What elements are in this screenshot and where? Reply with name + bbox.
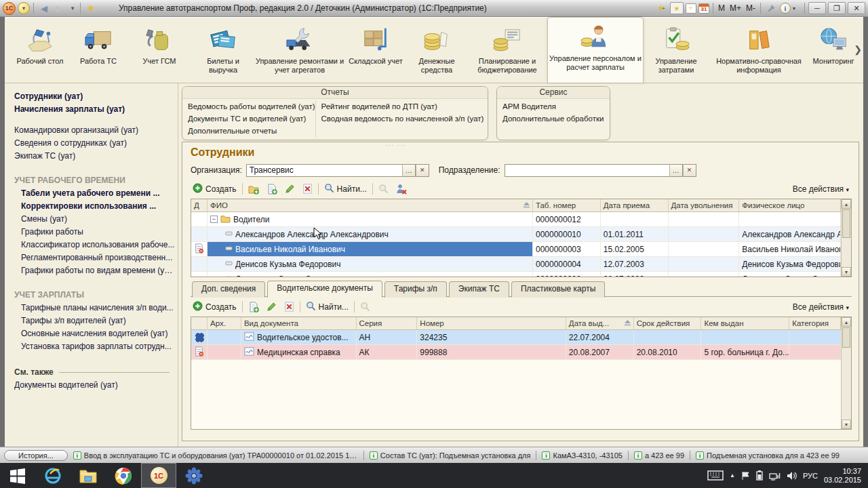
table-row[interactable]: Денисов Кузьма Федорович000000000412.07.… xyxy=(191,257,841,272)
calculator-icon[interactable]: ⁘ xyxy=(686,3,696,14)
column-header[interactable]: Дата увольнения xyxy=(669,199,740,211)
status-message[interactable]: iа 423 ее 99 xyxy=(634,451,684,460)
status-message[interactable]: iПодъемная установка для а 423 ее 99 xyxy=(696,451,840,460)
status-message[interactable]: iВвод в эксплуатацию ТС и оборудования (… xyxy=(73,451,358,460)
ribbon-section-monitoring[interactable]: Мониторинг xyxy=(809,20,858,83)
calendar-icon[interactable]: 31 xyxy=(698,3,709,14)
internet-explorer-taskbar-icon[interactable] xyxy=(35,463,71,488)
column-header[interactable]: Кем выдан xyxy=(701,317,789,329)
scroll-up-icon[interactable]: ▲ xyxy=(842,199,851,209)
document-row[interactable]: Медицинская справкаАК99988820.08.200720.… xyxy=(191,345,841,360)
sidebar-item[interactable]: Командировки организаций (уат) xyxy=(14,124,175,137)
sidebar-item[interactable]: Регламентированный производственн... xyxy=(14,251,175,264)
ribbon-section-costs[interactable]: Управление затратами xyxy=(644,20,709,83)
scroll-down-icon[interactable]: ▼ xyxy=(842,420,851,429)
table-row[interactable]: −Водители0000000012 xyxy=(191,212,841,227)
delete-button[interactable] xyxy=(282,300,296,313)
file-explorer-taskbar-icon[interactable] xyxy=(71,463,106,488)
tab-item[interactable]: Экипаж ТС xyxy=(449,281,509,298)
column-header[interactable]: Категория xyxy=(789,317,841,329)
document-row[interactable]: Водительское удостов...АН32423522.07.200… xyxy=(191,330,841,345)
ribbon-section-tickets[interactable]: Билеты и выручка xyxy=(192,20,254,83)
find-button[interactable]: Найти... xyxy=(322,182,369,197)
column-header[interactable] xyxy=(191,317,208,329)
sidebar-item[interactable]: Начисления зарплаты (уат) xyxy=(14,103,175,116)
ribbon-section-reference[interactable]: Нормативно-справочная информация xyxy=(709,20,809,83)
sidebar-item[interactable]: Сведения о сотрудниках (уат) xyxy=(14,137,175,150)
sidebar-item[interactable]: Корректировки использования ... xyxy=(14,200,175,213)
report-link[interactable]: Ведомость работы водителей (уат) xyxy=(188,100,315,113)
create-button[interactable]: Создать xyxy=(191,182,239,197)
ribbon-scroll-right-icon[interactable]: ❯ xyxy=(854,44,862,55)
ribbon-section-person[interactable]: Управление персоналом и расчет зарплаты xyxy=(547,17,644,83)
ribbon-section-money[interactable]: Денежные средства xyxy=(406,20,467,83)
column-header[interactable]: ФИО xyxy=(208,199,533,211)
1c-enterprise-taskbar-icon[interactable]: 1С xyxy=(141,463,176,488)
service-link[interactable]: Дополнительные обработки xyxy=(502,113,604,125)
ribbon-section-warehouse[interactable]: Складской учет xyxy=(345,20,406,83)
report-link[interactable]: Рейтинг водителей по ДТП (уат) xyxy=(321,100,484,113)
sidebar-item[interactable]: Графики работы по видам времени (уат) xyxy=(14,264,175,277)
copy-button[interactable] xyxy=(246,300,261,314)
sidebar-item[interactable]: Основные начисления водителей (уат) xyxy=(14,327,175,340)
tree-collapse-icon[interactable]: − xyxy=(210,216,218,223)
column-header[interactable]: Срок действия xyxy=(634,317,702,329)
mark-person-button[interactable] xyxy=(394,182,409,196)
main-menu-button[interactable]: ▾ xyxy=(18,2,30,14)
clock[interactable]: 10:37 03.02.2015 xyxy=(824,467,861,485)
documents-scrollbar[interactable]: ▲ ▼ xyxy=(841,317,851,429)
edit-button[interactable] xyxy=(264,300,279,313)
1c-logo-icon[interactable]: 1С xyxy=(3,2,16,15)
touch-keyboard-icon[interactable] xyxy=(707,470,724,481)
favorites-star-icon[interactable]: ★ xyxy=(84,2,98,14)
start-button[interactable] xyxy=(0,463,35,488)
employees-scrollbar[interactable]: ▲ ▼ xyxy=(841,199,851,277)
sidebar-item[interactable]: Табели учета рабочего времени ... xyxy=(14,187,175,200)
back-icon[interactable]: ◀ xyxy=(37,2,51,14)
table-row[interactable]: Александров Александр Александрович00000… xyxy=(191,227,841,242)
all-actions-button[interactable]: Все действия ▾ xyxy=(793,184,852,194)
column-header[interactable]: Физическое лицо xyxy=(739,199,841,211)
scroll-thumb[interactable] xyxy=(842,209,850,238)
column-header[interactable]: Вид документа xyxy=(241,317,357,329)
delete-button[interactable] xyxy=(300,182,315,195)
sidebar-item[interactable]: Тарифы з/п водителей (уат) xyxy=(14,314,175,327)
service-wrench-icon[interactable] xyxy=(764,2,778,14)
column-header[interactable]: Таб. номер xyxy=(533,199,601,211)
close-button[interactable]: ✕ xyxy=(848,2,865,14)
sidebar-item[interactable]: Экипаж ТС (уат) xyxy=(14,150,175,163)
report-link[interactable]: Сводная ведомость по начисленной з/п (уа… xyxy=(321,113,484,125)
status-message[interactable]: iСостав ТС (уат): Подъемная установка дл… xyxy=(370,451,531,460)
column-header[interactable]: Дата выд... xyxy=(566,317,634,329)
column-header[interactable]: Номер xyxy=(417,317,566,329)
volume-icon[interactable] xyxy=(787,471,797,481)
info-dropdown-icon[interactable]: ▾ xyxy=(793,5,801,12)
scroll-thumb[interactable] xyxy=(842,327,850,348)
minimize-button[interactable]: ─ xyxy=(808,2,826,14)
ribbon-section-repair[interactable]: Управление ремонтами и учет агрегатов xyxy=(254,20,345,83)
scroll-up-icon[interactable]: ▲ xyxy=(842,317,851,327)
all-actions-button[interactable]: Все действия ▾ xyxy=(793,302,852,312)
sidebar-item[interactable]: Установка тарифов зарплаты сотрудн... xyxy=(14,340,175,353)
app-flower-taskbar-icon[interactable] xyxy=(176,463,212,488)
tab-item[interactable]: Доп. сведения xyxy=(192,281,265,298)
column-header[interactable]: Дата приема xyxy=(601,199,669,211)
sidebar-item[interactable]: Сотрудники (уат) xyxy=(14,90,175,103)
tab-item[interactable]: Тарифы з/п xyxy=(384,281,447,298)
add-favorite-icon[interactable]: ★+ xyxy=(654,2,668,14)
choose-ellipsis-button[interactable]: … xyxy=(669,164,683,177)
tab-item[interactable]: Пластиковые карты xyxy=(511,281,605,298)
tab-active[interactable]: Водительские документы xyxy=(267,281,382,298)
status-message[interactable]: iКамАЗ-4310, -43105 xyxy=(542,451,622,460)
language-indicator[interactable]: РУС xyxy=(803,472,818,480)
edit-button[interactable] xyxy=(283,182,297,195)
chrome-taskbar-icon[interactable] xyxy=(106,463,141,488)
create-group-button[interactable] xyxy=(246,182,261,196)
sidebar-item[interactable]: Смены (уат) xyxy=(14,213,175,226)
info-icon[interactable]: i xyxy=(780,3,791,14)
show-hidden-icons-icon[interactable]: ▲ xyxy=(730,472,735,479)
history-dropdown-icon[interactable]: ▾ xyxy=(68,2,77,14)
splitter-handle[interactable]: ∙∙∙ ∙∙∙ xyxy=(385,142,407,148)
clear-find-button[interactable] xyxy=(376,182,391,195)
memory-m-plus-button[interactable]: M+ xyxy=(728,3,743,13)
